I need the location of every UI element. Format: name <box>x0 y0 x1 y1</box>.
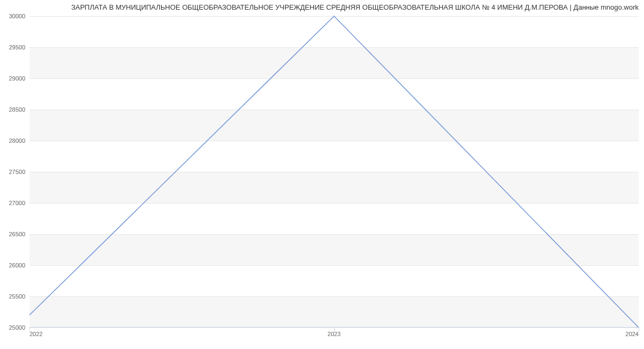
y-tick-label: 27000 <box>9 200 25 206</box>
plot-area: 2500025500260002650027000275002800028500… <box>30 16 639 328</box>
x-tick-label: 2024 <box>626 331 639 337</box>
y-tick-label: 25500 <box>9 293 25 300</box>
y-tick-label: 30000 <box>9 13 25 19</box>
x-tick-mark <box>639 328 639 332</box>
y-tick-label: 25000 <box>9 324 25 331</box>
y-tick-label: 26500 <box>9 231 25 237</box>
x-tick-label: 2023 <box>327 331 340 337</box>
series-line <box>30 16 639 328</box>
y-tick-label: 28500 <box>9 106 25 113</box>
y-tick-label: 29500 <box>9 44 25 50</box>
y-tick-label: 27500 <box>9 169 25 175</box>
y-tick-label: 26000 <box>9 262 25 268</box>
x-tick-label: 2022 <box>30 331 42 337</box>
chart-title: ЗАРПЛАТА В МУНИЦИПАЛЬНОЕ ОБЩЕОБРАЗОВАТЕЛ… <box>71 3 639 11</box>
y-tick-label: 29000 <box>9 75 25 82</box>
y-tick-label: 28000 <box>9 137 25 144</box>
chart-container: ЗАРПЛАТА В МУНИЦИПАЛЬНОЕ ОБЩЕОБРАЗОВАТЕЛ… <box>0 0 644 349</box>
line-svg <box>30 16 639 328</box>
